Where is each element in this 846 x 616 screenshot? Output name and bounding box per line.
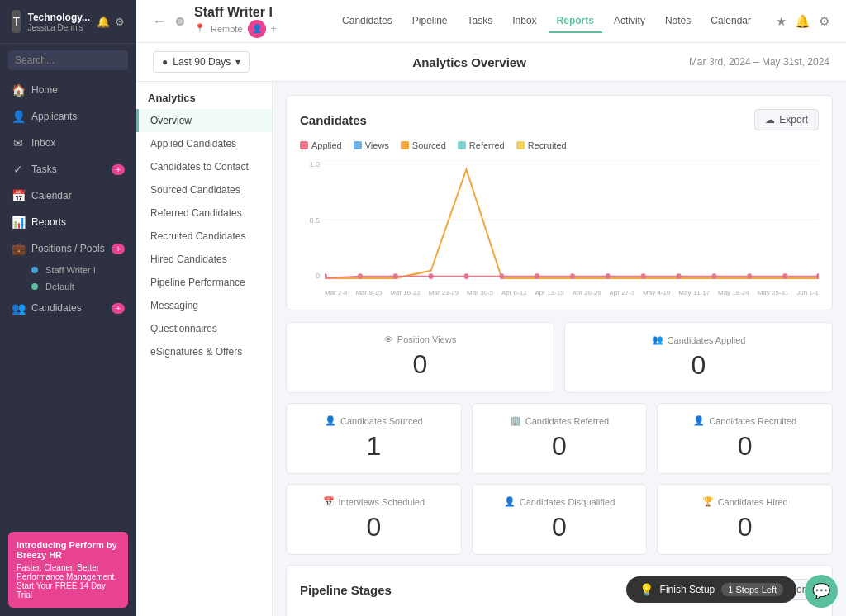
logo-icon: T [12, 10, 21, 33]
chat-button[interactable]: 💬 [805, 575, 838, 608]
back-button[interactable]: ← [153, 14, 166, 29]
x-label-8: Apr 27-3 [610, 289, 635, 296]
page-title: Staff Writer I [194, 5, 277, 20]
team-avatar[interactable]: 👤 [248, 20, 266, 38]
tab-pipeline[interactable]: Pipeline [404, 10, 456, 33]
analytics-nav-to-contact[interactable]: Candidates to Contact [136, 155, 272, 178]
legend-sourced: Sourced [401, 140, 446, 150]
tab-tasks[interactable]: Tasks [459, 10, 501, 33]
sidebar-item-calendar[interactable]: 📅 Calendar [0, 182, 136, 209]
settings-icon[interactable]: ⚙ [115, 16, 125, 28]
gear-icon[interactable]: ⚙ [819, 14, 829, 29]
candidates-sourced-value: 1 [300, 431, 448, 462]
finish-setup-bar[interactable]: 💡 Finish Setup 1 Steps Left [626, 576, 796, 603]
analytics-nav-hired[interactable]: Hired Candidates [136, 248, 272, 271]
sidebar-item-label: Home [31, 84, 58, 96]
eye-icon: 👁 [384, 334, 393, 344]
interviews-scheduled-value: 0 [300, 512, 448, 543]
stat-candidates-hired: 🏆 Candidates Hired 0 [657, 484, 833, 555]
tab-candidates[interactable]: Candidates [334, 10, 401, 33]
default-dot [31, 283, 38, 290]
sidebar-item-positions[interactable]: 💼 Positions / Pools + [0, 235, 136, 262]
date-filter-dropdown[interactable]: ● Last 90 Days ▾ [153, 51, 250, 73]
svg-point-8 [499, 273, 504, 279]
middle-section: Analytics Overview Applied Candidates Ca… [136, 82, 846, 616]
sidebar-sub-staff-writer[interactable]: Staff Writer I [0, 262, 136, 278]
x-label-1: Mar 9-15 [355, 289, 382, 296]
tab-reports[interactable]: Reports [549, 10, 602, 33]
positions-icon: 💼 [12, 242, 25, 255]
bell-icon[interactable]: 🔔 [795, 14, 810, 29]
stat-position-views: 👁 Position Views 0 [286, 322, 554, 393]
user-name: Jessica Dennis [27, 23, 90, 32]
svg-point-12 [641, 273, 646, 279]
x-label-6: Apr 13-19 [535, 289, 563, 296]
analytics-nav-messaging[interactable]: Messaging [136, 294, 272, 317]
candidates-referred-label: 🏢 Candidates Referred [486, 415, 634, 426]
sidebar-item-label: Applicants [31, 111, 77, 122]
analytics-nav-recruited[interactable]: Recruited Candidates [136, 225, 272, 248]
staff-writer-label: Staff Writer I [45, 265, 96, 275]
sidebar-item-inbox[interactable]: ✉ Inbox [0, 130, 136, 156]
promo-box[interactable]: Introducing Perform by Breezy HR Faster,… [8, 532, 128, 608]
date-range-display: Mar 3rd, 2024 – May 31st, 2024 [689, 56, 829, 68]
chart-legend: Applied Views Sourced Referred [300, 140, 819, 150]
analytics-nav-esignatures[interactable]: eSignatures & Offers [136, 340, 272, 363]
star-icon[interactable]: ★ [776, 14, 787, 29]
sidebar-search-wrap [0, 44, 136, 77]
candidates-icon: 👥 [12, 301, 25, 315]
tab-activity[interactable]: Activity [606, 10, 654, 33]
topbar-nav: Candidates Pipeline Tasks Inbox Reports … [334, 10, 759, 33]
candidates-applied-value: 0 [578, 350, 819, 381]
tab-notes[interactable]: Notes [657, 10, 699, 33]
x-label-0: Mar 2-8 [325, 289, 348, 296]
tasks-icon: ✓ [12, 163, 25, 176]
stat-candidates-sourced: 👤 Candidates Sourced 1 [286, 403, 462, 474]
sidebar-item-reports[interactable]: 📊 Reports [0, 209, 136, 235]
analytics-sidebar: Analytics Overview Applied Candidates Ca… [136, 82, 273, 616]
sidebar-item-tasks[interactable]: ✓ Tasks + [0, 156, 136, 182]
svg-point-11 [606, 273, 611, 279]
page-section-title: Analytics Overview [412, 55, 526, 69]
interviews-scheduled-label: 📅 Interviews Scheduled [300, 496, 448, 507]
tab-calendar[interactable]: Calendar [702, 10, 759, 33]
location-pin-icon: 📍 [194, 23, 206, 34]
sidebar-sub-default[interactable]: Default [0, 278, 136, 295]
analytics-nav-pipeline[interactable]: Pipeline Performance [136, 271, 272, 294]
analytics-nav-overview[interactable]: Overview [136, 109, 272, 132]
notification-icon[interactable]: 🔔 [97, 16, 110, 28]
candidates-disqualified-value: 0 [486, 512, 634, 543]
bulb-icon: 💡 [639, 583, 654, 596]
x-label-11: May 18-24 [718, 289, 749, 296]
recruit-icon: 👤 [693, 415, 705, 426]
chart-svg [325, 160, 819, 280]
svg-point-4 [358, 273, 363, 279]
steps-count: 1 Steps Left [721, 583, 783, 596]
interviews-icon: 📅 [323, 496, 335, 507]
applied-legend-label: Applied [311, 140, 342, 150]
applied-legend-dot [300, 141, 308, 149]
analytics-nav-referred[interactable]: Referred Candidates [136, 201, 272, 225]
sidebar-item-applicants[interactable]: 👤 Applicants [0, 103, 136, 130]
export-button[interactable]: ☁ Export [754, 109, 819, 130]
analytics-nav-questionnaires[interactable]: Questionnaires [136, 317, 272, 340]
analytics-nav-sourced[interactable]: Sourced Candidates [136, 178, 272, 201]
sidebar-item-label: Calendar [31, 190, 72, 201]
search-input[interactable] [8, 50, 128, 70]
sidebar-item-home[interactable]: 🏠 Home [0, 77, 136, 103]
staff-writer-dot [31, 267, 38, 273]
position-views-value: 0 [300, 349, 540, 380]
x-label-3: Mar 23-29 [429, 289, 459, 296]
candidates-recruited-label: 👤 Candidates Recruited [671, 415, 819, 426]
sidebar-nav: 🏠 Home 👤 Applicants ✉ Inbox ✓ Tasks + 📅 … [0, 77, 136, 524]
tab-inbox[interactable]: Inbox [504, 10, 544, 33]
add-member-icon[interactable]: + [271, 22, 278, 35]
sidebar-item-candidates[interactable]: 👥 Candidates + [0, 295, 136, 321]
analytics-nav-applied[interactable]: Applied Candidates [136, 132, 272, 155]
stat-interviews-scheduled: 📅 Interviews Scheduled 0 [286, 484, 462, 555]
applicants-icon: 👤 [12, 110, 25, 123]
sidebar-item-label: Positions / Pools [31, 243, 105, 254]
analytics-title: Analytics [136, 82, 272, 109]
svg-point-15 [747, 273, 752, 279]
main-area: ← Staff Writer I 📍 Remote 👤 + Candidates… [136, 0, 846, 616]
